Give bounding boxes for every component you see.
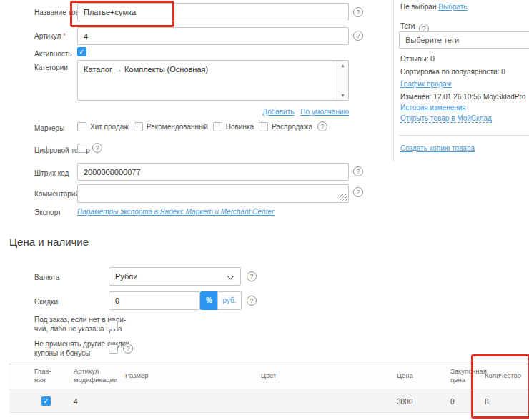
image-status: Не выбран Выбрать (400, 3, 468, 11)
sidebar-divider (393, 0, 394, 161)
help-icon[interactable]: ? (123, 344, 133, 354)
sku-input[interactable] (77, 27, 349, 45)
modifications-table: Глав-ная Артикул модификации Размер Цвет… (9, 361, 529, 413)
sidebar-section-divider (399, 135, 529, 136)
checkbox[interactable] (134, 122, 143, 131)
cell-purchase-price: 0 (450, 398, 455, 406)
cell-price: 3000 (397, 398, 412, 406)
popularity-sorting: Сортировка по популярности: 0 (400, 68, 505, 76)
help-icon[interactable]: ? (353, 7, 363, 17)
col-header-mod-sku: Артикул модификации (74, 367, 124, 384)
marker-recommended[interactable]: Рекомендованный (134, 122, 208, 131)
field-label-currency: Валюта (34, 273, 59, 282)
table-header-row: Глав-ная Артикул модификации Размер Цвет… (9, 361, 529, 389)
modified-info: Изменен: 12.01.26 10:56 MoySkladPro (400, 93, 525, 101)
sales-chart-link[interactable]: График продаж (400, 80, 451, 88)
comment-textarea[interactable] (77, 184, 349, 203)
listbox-scrollbar[interactable]: ▲ ▼ (337, 61, 348, 100)
checkbox[interactable] (213, 122, 222, 131)
categories-actions: Добавить По умолчанию (77, 104, 349, 117)
field-label-sku: Артикул * (34, 31, 66, 41)
price-section-title: Цена и наличие (9, 236, 89, 248)
resize-grip[interactable] (340, 194, 347, 201)
field-label-active: Активность (34, 49, 72, 59)
help-icon[interactable]: ? (317, 121, 327, 131)
col-header-main: Глав-ная (34, 367, 61, 384)
field-label-export: Экспорт (34, 208, 61, 217)
discount-rub-button[interactable]: руб. (217, 291, 242, 310)
checkbox[interactable] (259, 122, 268, 131)
no-other-discounts-checkbox[interactable] (109, 344, 118, 354)
digital-checkbox[interactable] (77, 144, 86, 153)
help-icon[interactable]: ? (353, 31, 363, 41)
cell-quantity: 8 (485, 398, 489, 406)
add-category-link[interactable]: Добавить (262, 108, 294, 116)
categories-listbox[interactable]: Каталог → Комплекты (Основная) ▲ ▼ (77, 60, 349, 101)
active-checkbox[interactable]: ✓ (77, 47, 86, 56)
col-header-color: Цвет (261, 371, 276, 380)
marker-hit[interactable]: Хит продаж (77, 122, 129, 131)
product-name-input[interactable] (77, 3, 349, 21)
preorder-checkbox[interactable] (109, 320, 118, 329)
field-label-categories: Категории (34, 63, 68, 72)
chevron-down-icon (227, 273, 234, 280)
currency-select[interactable]: Рубли (109, 267, 241, 286)
export-settings-link[interactable]: Параметры экспорта в Яндекс Маркет и Mer… (77, 208, 274, 216)
scroll-up-icon[interactable]: ▲ (337, 63, 348, 68)
product-edit-page: Название товара * ? Артикул * ? Активнос… (0, 0, 529, 420)
scroll-down-icon[interactable]: ▼ (337, 93, 348, 98)
discount-input[interactable] (109, 291, 200, 310)
select-image-link[interactable]: Выбрать (438, 3, 467, 11)
barcode-input[interactable] (77, 163, 349, 181)
field-label-barcode: Штрих код (34, 169, 69, 178)
row-main-checkbox[interactable]: ✓ (41, 396, 51, 406)
discount-percent-button[interactable]: % (200, 291, 218, 310)
help-icon[interactable]: ? (247, 271, 257, 281)
col-header-size: Размер (125, 371, 149, 380)
col-header-price: Цена (397, 371, 413, 380)
help-icon[interactable]: ? (92, 143, 102, 153)
field-label-comment: Комментарий (34, 189, 79, 199)
open-moysklad-link[interactable]: Открыть товар в МойСклад (400, 114, 492, 123)
help-icon[interactable]: ? (247, 296, 257, 306)
help-icon[interactable]: ? (353, 187, 363, 197)
reviews-count: Отзывы: 0 (400, 55, 435, 63)
help-icon[interactable]: ? (353, 166, 363, 176)
col-header-quantity: Количество (485, 371, 521, 380)
checkbox[interactable] (77, 122, 86, 131)
copy-product-link[interactable]: Создать копию товара (400, 144, 475, 152)
default-category-link[interactable]: По умолчанию (300, 108, 349, 116)
marker-sale[interactable]: Распродажа (259, 122, 312, 131)
category-option[interactable]: Каталог → Комплекты (Основная) (84, 65, 208, 74)
field-label-markers: Маркеры (34, 124, 64, 133)
markers-row: Хит продаж Рекомендованный Новинка Распр… (77, 121, 327, 131)
marker-new[interactable]: Новинка (213, 122, 254, 131)
cell-mod-sku: 4 (74, 398, 78, 406)
field-label-discount: Скидки (34, 297, 58, 306)
tags-input[interactable] (399, 31, 529, 49)
table-row: ✓ 4 3000 0 8 (9, 389, 529, 413)
change-history-link[interactable]: История изменения (400, 104, 466, 111)
